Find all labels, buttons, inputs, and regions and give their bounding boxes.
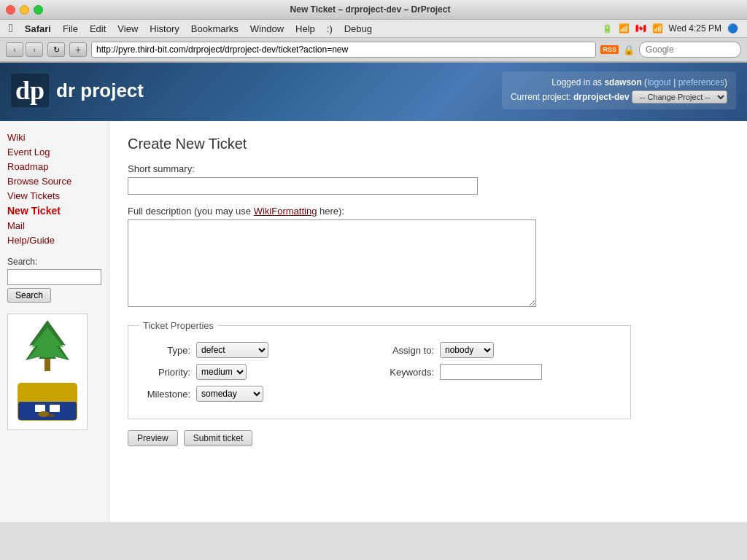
- page: dp dr project Logged in as sdawson (logo…: [0, 63, 747, 522]
- sidebar-item-help[interactable]: Help/Guide: [7, 235, 101, 246]
- sidebar-item-new-ticket[interactable]: New Ticket: [7, 205, 101, 217]
- svg-point-11: [47, 414, 55, 417]
- sidebar-item-view-tickets[interactable]: View Tickets: [7, 190, 101, 201]
- add-bookmark-button[interactable]: +: [69, 42, 87, 57]
- assign-to-label: Assign to:: [383, 345, 434, 356]
- action-buttons: Preview Submit ticket: [128, 430, 729, 446]
- new-ticket-link[interactable]: New Ticket: [7, 205, 61, 217]
- user-info: Logged in as sdawson (logout | preferenc…: [502, 71, 736, 109]
- ticket-properties-legend: Ticket Properties: [139, 320, 217, 331]
- back-button[interactable]: ‹: [6, 42, 23, 57]
- short-summary-group: Short summary:: [128, 163, 729, 195]
- history-menu[interactable]: History: [150, 23, 179, 34]
- project-name: drproject-dev: [573, 92, 630, 102]
- full-description-group: Full description (you may use WikiFormat…: [128, 206, 729, 309]
- milestone-row: Milestone: someday next release: [139, 386, 376, 402]
- mail-link[interactable]: Mail: [7, 220, 25, 231]
- close-button[interactable]: [6, 5, 15, 15]
- logo-dp: dp: [11, 74, 49, 107]
- keywords-label: Keywords:: [383, 367, 434, 378]
- svg-rect-7: [35, 405, 45, 412]
- sidebar-item-mail[interactable]: Mail: [7, 220, 101, 231]
- search-input[interactable]: [7, 269, 101, 285]
- priority-row: Priority: medium low high critical: [139, 364, 376, 380]
- search-label: Search:: [7, 257, 101, 267]
- full-description-textarea[interactable]: [128, 219, 536, 307]
- window-controls: [6, 5, 43, 15]
- url-bar: ‹ › ↻ + RSS 🔒: [0, 38, 747, 62]
- sidebar: Wiki Event Log Roadmap Browse Source Vie…: [0, 121, 109, 522]
- priority-select[interactable]: medium low high critical: [196, 364, 247, 380]
- svg-rect-8: [50, 405, 60, 412]
- logged-in-text: Logged in as: [551, 77, 602, 88]
- current-project: Current project: drproject-dev -- Change…: [511, 90, 727, 104]
- svg-rect-6: [18, 402, 77, 420]
- lock-icon: 🔒: [623, 44, 635, 55]
- current-project-label: Current project:: [511, 92, 571, 102]
- url-field[interactable]: [91, 42, 596, 58]
- search-button[interactable]: Search: [7, 288, 51, 303]
- title-bar: New Ticket – drproject-dev – DrProject: [0, 0, 747, 20]
- sidebar-item-wiki[interactable]: Wiki: [7, 132, 101, 143]
- debug-menu[interactable]: Debug: [344, 23, 372, 34]
- coat-of-arms-image: [7, 314, 88, 430]
- safari-menu[interactable]: Safari: [25, 23, 51, 34]
- forward-button[interactable]: ›: [26, 42, 43, 57]
- wiki-link[interactable]: Wiki: [7, 132, 26, 143]
- sidebar-item-roadmap[interactable]: Roadmap: [7, 161, 101, 172]
- view-tickets-link[interactable]: View Tickets: [7, 190, 60, 201]
- wiki-formatting-link[interactable]: WikiFormatting: [254, 206, 317, 217]
- ticket-properties-grid: Type: defect enhancement task Priority: …: [139, 342, 619, 408]
- time-display: 🔋📶🇨🇦📶 Wed 4:25 PM 🔵: [602, 23, 738, 34]
- username: sdawson: [604, 77, 641, 88]
- help-menu[interactable]: Help: [295, 23, 315, 34]
- page-title: Create New Ticket: [128, 136, 729, 152]
- milestone-select[interactable]: someday next release: [196, 386, 263, 402]
- refresh-button[interactable]: ↻: [47, 42, 65, 57]
- keywords-row: Keywords:: [383, 364, 619, 380]
- milestone-label: Milestone:: [139, 389, 190, 400]
- tree-icon: [18, 316, 77, 375]
- roadmap-link[interactable]: Roadmap: [7, 161, 48, 172]
- view-menu[interactable]: View: [117, 23, 138, 34]
- sidebar-item-event-log[interactable]: Event Log: [7, 147, 101, 158]
- preview-button[interactable]: Preview: [128, 430, 178, 446]
- search-section: Search: Search: [7, 257, 101, 303]
- type-select[interactable]: defect enhancement task: [196, 342, 268, 358]
- preferences-link[interactable]: preferences: [678, 77, 724, 88]
- apple-menu[interactable]: : [9, 22, 13, 35]
- edit-menu[interactable]: Edit: [90, 23, 106, 34]
- ticket-properties-fieldset: Ticket Properties Type: defect enhanceme…: [128, 320, 631, 419]
- window-menu[interactable]: Window: [250, 23, 284, 34]
- browse-source-link[interactable]: Browse Source: [7, 176, 71, 187]
- window-title: New Ticket – drproject-dev – DrProject: [43, 4, 697, 15]
- full-desc-label: Full description (you may use WikiFormat…: [128, 206, 729, 217]
- right-props: Assign to: nobody sdawson Keywords:: [383, 342, 619, 408]
- nav-buttons: ‹ ›: [6, 42, 43, 57]
- type-label: Type:: [139, 345, 190, 356]
- keywords-input[interactable]: [440, 364, 542, 380]
- main-content: Create New Ticket Short summary: Full de…: [109, 121, 747, 522]
- left-props: Type: defect enhancement task Priority: …: [139, 342, 376, 408]
- help-link[interactable]: Help/Guide: [7, 235, 55, 246]
- maximize-button[interactable]: [34, 5, 43, 15]
- site-logo: dp dr project: [11, 74, 144, 107]
- short-summary-label: Short summary:: [128, 163, 729, 174]
- logout-link[interactable]: logout: [647, 77, 671, 88]
- change-project-dropdown[interactable]: -- Change Project --: [632, 90, 727, 104]
- submit-ticket-button[interactable]: Submit ticket: [184, 430, 253, 446]
- assign-to-row: Assign to: nobody sdawson: [383, 342, 619, 358]
- browser-search-input[interactable]: [639, 42, 741, 58]
- smiley-menu[interactable]: :): [327, 23, 333, 34]
- logo-text: dr project: [56, 79, 144, 102]
- sidebar-item-browse-source[interactable]: Browse Source: [7, 176, 101, 187]
- file-menu[interactable]: File: [63, 23, 78, 34]
- event-log-link[interactable]: Event Log: [7, 147, 50, 158]
- bookmarks-menu[interactable]: Bookmarks: [191, 23, 239, 34]
- type-row: Type: defect enhancement task: [139, 342, 376, 358]
- minimize-button[interactable]: [20, 5, 29, 15]
- short-summary-input[interactable]: [128, 177, 478, 195]
- sidebar-nav: Wiki Event Log Roadmap Browse Source Vie…: [7, 132, 101, 246]
- content-wrapper: Wiki Event Log Roadmap Browse Source Vie…: [0, 121, 747, 522]
- assign-to-select[interactable]: nobody sdawson: [440, 342, 494, 358]
